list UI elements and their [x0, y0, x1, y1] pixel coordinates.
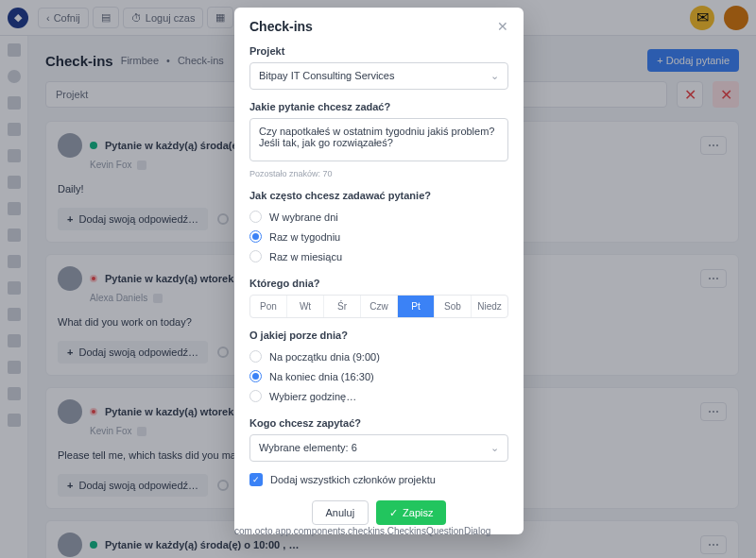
- time-option[interactable]: Na koniec dnia (16:30): [249, 366, 508, 386]
- question-textarea[interactable]: [249, 118, 508, 161]
- who-label: Kogo chcesz zapytać?: [249, 417, 508, 429]
- frequency-label: Jak często chcesz zadawać pytanie?: [249, 190, 508, 201]
- project-label: Projekt: [249, 45, 508, 57]
- frequency-option[interactable]: Raz w tygodniu: [249, 227, 508, 246]
- close-icon[interactable]: ✕: [497, 19, 508, 34]
- save-button[interactable]: ✓ Zapisz: [376, 500, 446, 525]
- day-option[interactable]: Wt: [287, 296, 324, 317]
- day-picker: PonWtŚrCzwPtSobNiedz: [249, 295, 508, 318]
- day-option[interactable]: Czw: [361, 296, 398, 317]
- debug-path: com.octo.app.components.checkins.Checkin…: [234, 526, 490, 536]
- add-all-checkbox[interactable]: ✓ Dodaj wszystkich członków projektu: [249, 473, 508, 486]
- cancel-button[interactable]: Anuluj: [312, 500, 369, 525]
- time-option[interactable]: Wybierz godzinę…: [249, 386, 508, 406]
- day-option[interactable]: Pt: [398, 296, 435, 317]
- checkins-dialog: Check-ins ✕ Projekt Bitpay IT Consulting…: [234, 8, 524, 534]
- project-select[interactable]: Bitpay IT Consulting Services⌄: [249, 62, 508, 90]
- time-label: O jakiej porze dnia?: [249, 330, 508, 341]
- day-option[interactable]: Niedz: [472, 296, 507, 317]
- time-option[interactable]: Na początku dnia (9:00): [249, 347, 508, 366]
- day-option[interactable]: Śr: [324, 296, 361, 317]
- chars-remaining: Pozostało znaków: 70: [249, 169, 508, 178]
- who-select[interactable]: Wybrane elementy: 6⌄: [249, 434, 508, 462]
- question-label: Jakie pytanie chcesz zadać?: [249, 101, 508, 112]
- day-option[interactable]: Sob: [435, 296, 472, 317]
- dialog-title: Check-ins: [249, 19, 313, 34]
- day-label: Którego dnia?: [249, 278, 508, 289]
- frequency-option[interactable]: W wybrane dni: [249, 207, 508, 227]
- day-option[interactable]: Pon: [250, 296, 287, 317]
- frequency-option[interactable]: Raz w miesiącu: [249, 246, 508, 266]
